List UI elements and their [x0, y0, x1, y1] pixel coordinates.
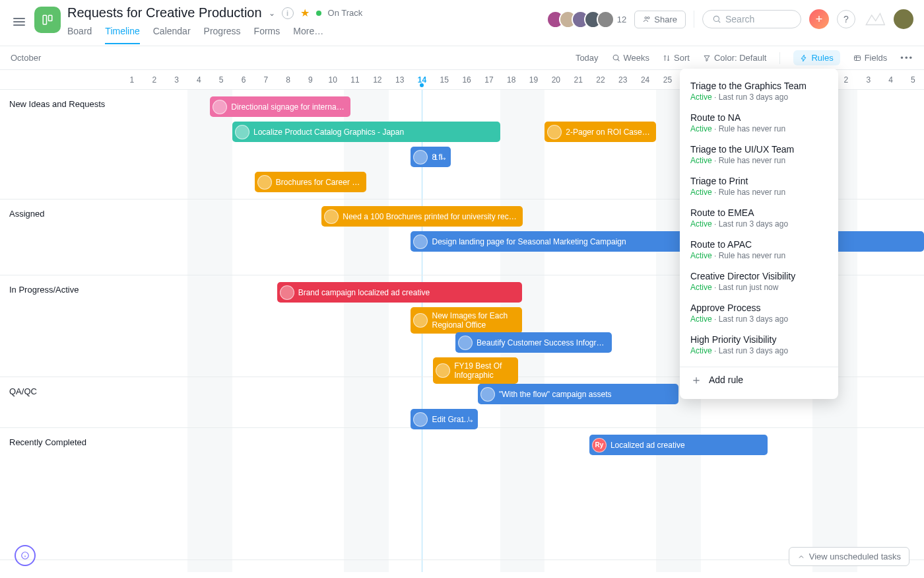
tab-calendar[interactable]: Calendar [153, 26, 191, 44]
date-cell: 9 [300, 75, 322, 85]
fields-button[interactable]: Fields [853, 53, 888, 63]
subtask-indicator: 1 [434, 153, 447, 161]
task-bar[interactable]: Brand campaign localized ad creative [277, 282, 523, 303]
member-count: 12 [617, 15, 626, 24]
task-label: Beautify Customer Success Infographic [477, 338, 607, 347]
member-stack[interactable]: 12 [552, 11, 626, 28]
chevron-down-icon[interactable]: ⌄ [269, 9, 275, 18]
zoom-weeks[interactable]: Weeks [612, 53, 650, 63]
rule-item[interactable]: Creative Director VisibilityActive · Las… [680, 266, 838, 297]
assignee-avatar [257, 175, 272, 190]
share-button[interactable]: Share [634, 11, 686, 28]
date-cell: 6 [232, 75, 255, 85]
date-cell: 5 [902, 75, 924, 85]
add-rule-label: Add rule [709, 375, 743, 385]
assignee-avatar [413, 235, 428, 249]
rule-item[interactable]: Triage to the Graphics TeamActive · Last… [680, 75, 838, 107]
view-tabs: BoardTimelineCalendarProgressFormsMore… [67, 26, 362, 44]
task-label: Need a 100 Brochures printed for univers… [343, 212, 517, 221]
sort-button[interactable]: Sort [663, 53, 690, 63]
date-cell: 24 [634, 75, 657, 85]
rule-item[interactable]: Approve ProcessActive · Last run 3 days … [680, 297, 838, 329]
task-label: Brand campaign localized ad creative [298, 288, 430, 297]
task-bar[interactable]: New Images for Each Regional Office [411, 307, 522, 334]
section-label[interactable]: New Ideas and Requests [0, 90, 121, 199]
task-bar[interactable]: "With the flow" campaign assets [478, 384, 678, 404]
rule-item[interactable]: Triage to PrintActive · Rule has never r… [680, 170, 838, 202]
rule-status: Active [690, 314, 712, 324]
task-bar[interactable]: 8 fi1 [411, 147, 451, 167]
date-cell: 4 [880, 75, 902, 85]
assignee-avatar: Ry [592, 438, 607, 452]
date-cell: 10 [321, 75, 344, 85]
section-label[interactable]: QA/QC [0, 377, 121, 427]
rule-status: Active [690, 251, 712, 260]
plus-icon: ＋ [690, 374, 702, 386]
task-bar[interactable]: Design landing page for Seasonal Marketi… [411, 231, 924, 252]
view-unscheduled-button[interactable]: View unscheduled tasks [789, 547, 909, 566]
date-cell: 17 [478, 75, 500, 85]
rule-item[interactable]: Route to NAActive · Rule has never run [680, 107, 838, 139]
tab-more[interactable]: More… [293, 26, 323, 44]
rule-item[interactable]: Move to In ProgressActive · Last run 2 d… [680, 361, 838, 367]
task-label: Directional signage for internal events [231, 102, 345, 112]
star-icon[interactable]: ★ [300, 7, 310, 19]
profile-avatar[interactable] [894, 9, 913, 29]
menu-icon[interactable] [13, 16, 25, 28]
task-bar[interactable]: Edit Graph…1 [411, 409, 477, 429]
date-cell: 5 [210, 75, 232, 85]
rule-item[interactable]: Route to APACActive · Rule has never run [680, 234, 838, 266]
task-label: 2-Pager on ROI Case Study [566, 127, 651, 137]
tab-timeline[interactable]: Timeline [105, 26, 139, 44]
add-button[interactable]: + [809, 9, 829, 29]
task-bar[interactable]: RyLocalized ad creative [589, 435, 768, 455]
search-input[interactable]: Search [702, 10, 801, 28]
info-icon [20, 551, 30, 560]
search-placeholder: Search [725, 14, 754, 24]
date-cell: 3 [857, 75, 880, 85]
rule-item[interactable]: High Priority VisibilityActive · Last ru… [680, 329, 838, 361]
rule-run: · Rule has never run [712, 188, 785, 197]
rule-status: Active [690, 346, 712, 355]
rule-title: Approve Process [690, 303, 828, 313]
task-bar[interactable]: Directional signage for internal events [210, 96, 350, 117]
section-label[interactable]: Assigned [0, 199, 121, 275]
svg-point-2 [645, 17, 647, 19]
divider [694, 11, 694, 28]
task-bar[interactable]: Brochures for Career Fair [255, 172, 366, 192]
status-text[interactable]: On Track [328, 8, 363, 18]
task-bar[interactable]: 2-Pager on ROI Case Study [544, 122, 656, 142]
project-icon[interactable] [34, 7, 61, 33]
section-canvas[interactable]: RyLocalized ad creative [121, 428, 924, 560]
rule-status: Active [690, 124, 712, 133]
share-label: Share [654, 15, 677, 24]
task-bar[interactable]: Beautify Customer Success Infographic [455, 332, 612, 353]
today-button[interactable]: Today [576, 53, 599, 63]
date-cell: 15 [433, 75, 455, 85]
tab-forms[interactable]: Forms [254, 26, 280, 44]
section-label[interactable]: Recently Completed [0, 428, 121, 560]
project-title[interactable]: Requests for Creative Production [67, 5, 262, 20]
rule-run: · Rule has never run [712, 251, 785, 260]
rule-item[interactable]: Triage to the UI/UX TeamActive · Rule ha… [680, 139, 838, 170]
rule-item[interactable]: Route to EMEAActive · Last run 3 days ag… [680, 202, 838, 234]
rule-title: Triage to Print [690, 176, 828, 186]
section-label[interactable]: In Progress/Active [0, 275, 121, 377]
unscheduled-label: View unscheduled tasks [809, 552, 901, 561]
rules-button[interactable]: Rules [793, 50, 840, 65]
more-icon[interactable]: ••• [900, 53, 913, 63]
task-bar[interactable]: Need a 100 Brochures printed for univers… [321, 206, 522, 227]
rule-status: Active [690, 92, 712, 102]
add-rule-button[interactable]: ＋ Add rule [680, 367, 838, 392]
color-button[interactable]: Color: Default [703, 53, 766, 63]
help-button[interactable]: ? [837, 10, 855, 28]
task-bar[interactable]: Localize Product Catalog Graphics - Japa… [232, 122, 500, 142]
search-icon [712, 15, 721, 24]
info-icon[interactable]: i [282, 7, 294, 19]
help-float-button[interactable] [15, 545, 36, 566]
upgrade-icon[interactable] [863, 10, 886, 28]
tab-board[interactable]: Board [67, 26, 92, 44]
tab-progress[interactable]: Progress [204, 26, 241, 44]
rule-status: Active [690, 219, 712, 229]
rule-run: · Last run 3 days ago [712, 314, 788, 324]
